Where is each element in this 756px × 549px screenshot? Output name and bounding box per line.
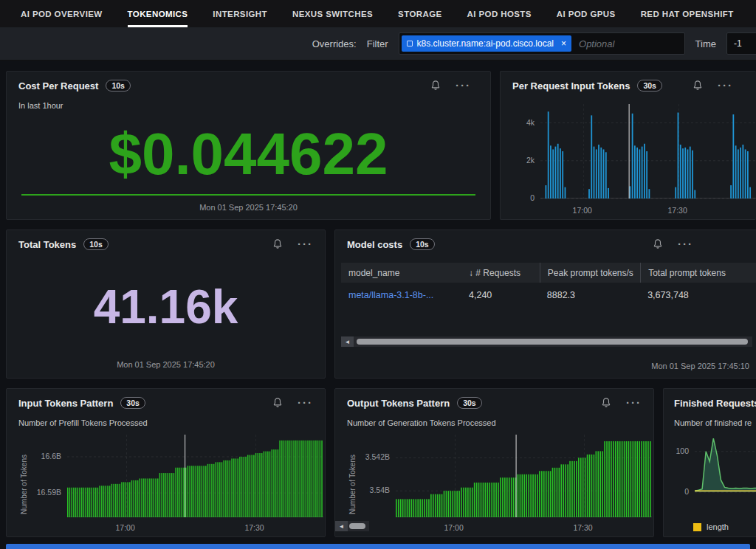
panel-title: Output Tokens Pattern: [347, 398, 450, 409]
y-tick-label: 4k: [504, 118, 535, 127]
interval-badge: 30s: [457, 397, 482, 409]
scrollbar-track[interactable]: [348, 521, 369, 531]
panel-menu-icon[interactable]: ···: [678, 238, 693, 249]
panel-subtitle: Number of Prefill Tokens Processed: [18, 418, 148, 427]
time-range-select[interactable]: -1: [726, 32, 756, 55]
panel-menu-icon[interactable]: ···: [298, 397, 313, 408]
panel-header[interactable]: Finished Requests: [664, 389, 756, 417]
alert-bell-icon: [272, 238, 283, 249]
chart-legend[interactable]: length: [693, 522, 729, 531]
alert-bell-icon: [653, 238, 663, 249]
next-row-panel-edge: [6, 544, 750, 549]
interval-badge: 30s: [120, 397, 145, 409]
chart-output-tokens-pattern[interactable]: 3.54B3.542B17:0017:30: [353, 435, 652, 532]
dashboard-page: AI POD OVERVIEWTOKENOMICSINTERSIGHTNEXUS…: [0, 0, 756, 549]
tab-ai-pod-hosts[interactable]: AI POD HOSTS: [467, 0, 532, 27]
panel-header[interactable]: Per Request Input Tokens 30s ···: [501, 72, 756, 100]
x-tick-label: 17:30: [244, 523, 264, 532]
panel-header[interactable]: Model costs 10s ···: [335, 230, 756, 258]
stat-timestamp: Mon 01 Sep 2025 17:45:20: [7, 360, 325, 369]
tab-ai-pod-overview[interactable]: AI POD OVERVIEW: [21, 0, 103, 27]
panel-total-tokens: Total Tokens 10s ··· 41.16k Mon 01 Sep 2…: [6, 229, 326, 379]
scroll-left-icon[interactable]: ◄: [335, 521, 348, 531]
panel-title: Finished Requests: [674, 398, 756, 409]
x-tick-label: 17:00: [573, 206, 592, 215]
panel-header[interactable]: Input Tokens Pattern 30s ···: [7, 389, 325, 417]
x-tick-label: 17:30: [668, 206, 687, 215]
table-horizontal-scrollbar[interactable]: ◄: [341, 336, 752, 347]
stat-value: 41.16k: [7, 283, 325, 331]
table-cell: 8882.3: [540, 290, 640, 300]
panel-finished-requests: Finished Requests Number of finished re …: [663, 388, 756, 537]
filter-chip[interactable]: k8s.cluster.name:ai-pod.cisco.local ×: [402, 35, 571, 52]
legend-swatch: [693, 523, 701, 531]
panel-cost-per-request: Cost Per Request 10s ··· In last 1hour $…: [6, 71, 491, 220]
filter-placeholder: Optional: [579, 38, 614, 49]
stat-timestamp: Mon 01 Sep 2025 17:45:20: [7, 203, 490, 212]
overrides-toolbar: Overrides: Filter k8s.cluster.name:ai-po…: [0, 27, 756, 61]
table-header: model_name↓ # RequestsPeak prompt tokens…: [341, 263, 756, 283]
panel-header[interactable]: Total Tokens 10s ···: [7, 230, 325, 258]
panel-horizontal-scrollbar[interactable]: ◄: [335, 521, 369, 531]
panel-menu-icon[interactable]: ···: [718, 80, 733, 91]
y-tick-label: 3.54B: [353, 486, 390, 494]
tab-red-hat-openshift[interactable]: RED HAT OPENSHIFT: [641, 0, 734, 27]
table-header-model-name[interactable]: model_name: [341, 263, 461, 283]
interval-badge: 10s: [106, 80, 131, 92]
table-timestamp: Mon 01 Sep 2025 17:45:10: [651, 362, 749, 370]
chart-finished-requests[interactable]: 0100: [667, 433, 756, 504]
panel-subtitle: In last 1hour: [18, 101, 63, 110]
tab-nexus-switches[interactable]: NEXUS SWITCHES: [292, 0, 373, 27]
panel-header[interactable]: Output Tokens Pattern 30s ···: [335, 389, 653, 417]
alert-bell-icon: [601, 397, 611, 408]
stat-value: $0.044622: [7, 125, 490, 184]
y-tick-label: 100: [667, 446, 689, 455]
table-header--requests[interactable]: ↓ # Requests: [461, 263, 540, 283]
panel-title: Input Tokens Pattern: [18, 398, 113, 409]
model-name-link[interactable]: meta/llama-3.1-8b-...: [341, 290, 461, 300]
x-tick-label: 17:00: [116, 523, 135, 532]
overrides-label: Overrides:: [312, 38, 357, 49]
stat-sparkline: [21, 194, 475, 196]
panel-header[interactable]: Cost Per Request 10s ···: [7, 72, 490, 100]
dashboard-tabs: AI POD OVERVIEWTOKENOMICSINTERSIGHTNEXUS…: [0, 0, 756, 27]
interval-badge: 10s: [83, 238, 109, 250]
filter-input[interactable]: k8s.cluster.name:ai-pod.cisco.local × Op…: [399, 32, 685, 55]
y-tick-label: 3.542B: [353, 452, 390, 461]
filter-chip-label: k8s.cluster.name:ai-pod.cisco.local: [417, 38, 554, 49]
panel-title: Per Request Input Tokens: [512, 80, 630, 92]
tab-ai-pod-gpus[interactable]: AI POD GPUS: [557, 0, 616, 27]
chart-per-request-input-tokens[interactable]: 02k4k17:0017:30: [504, 104, 756, 215]
alert-bell-icon: [430, 80, 441, 91]
tab-storage[interactable]: STORAGE: [398, 0, 441, 27]
chart-input-tokens-pattern[interactable]: 16.59B16.6B17:0017:30: [24, 435, 323, 532]
alert-bell-icon: [272, 397, 283, 408]
chip-remove-icon[interactable]: ×: [561, 38, 566, 49]
table-row: meta/llama-3.1-8b-...4,2408882.33,673,74…: [341, 285, 756, 305]
y-tick-label: 16.59B: [24, 488, 61, 497]
tab-intersight[interactable]: INTERSIGHT: [213, 0, 267, 27]
tab-tokenomics[interactable]: TOKENOMICS: [128, 0, 188, 27]
y-tick-label: 16.6B: [24, 452, 61, 460]
scrollbar-track[interactable]: [354, 336, 752, 347]
filter-chip-icon: [407, 41, 413, 46]
panel-per-request-input-tokens: Per Request Input Tokens 30s ··· 02k4k17…: [500, 71, 756, 220]
scroll-left-icon[interactable]: ◄: [341, 336, 354, 347]
panel-input-tokens-pattern: Input Tokens Pattern 30s ··· Number of P…: [6, 388, 326, 537]
table-cell: 3,673,748: [640, 290, 756, 300]
panel-subtitle: Number of finished re: [674, 418, 752, 427]
table-cell: 4,240: [461, 290, 540, 300]
y-tick-label: 2k: [504, 156, 535, 165]
table-header-peak-prompt-tokens-s[interactable]: Peak prompt tokens/s: [540, 263, 640, 283]
scrollbar-thumb[interactable]: [349, 523, 365, 529]
panel-menu-icon[interactable]: ···: [626, 397, 642, 408]
panel-title: Model costs: [347, 239, 402, 250]
table-header-total-prompt-tokens[interactable]: Total prompt tokens: [640, 263, 756, 283]
panel-subtitle: Number of Generation Tokens Processed: [347, 418, 496, 427]
scrollbar-thumb[interactable]: [357, 339, 748, 345]
time-label: Time: [695, 38, 716, 49]
panel-menu-icon[interactable]: ···: [456, 80, 471, 91]
panel-menu-icon[interactable]: ···: [298, 238, 313, 249]
legend-label: length: [707, 522, 729, 531]
y-tick-label: 0: [667, 487, 689, 496]
